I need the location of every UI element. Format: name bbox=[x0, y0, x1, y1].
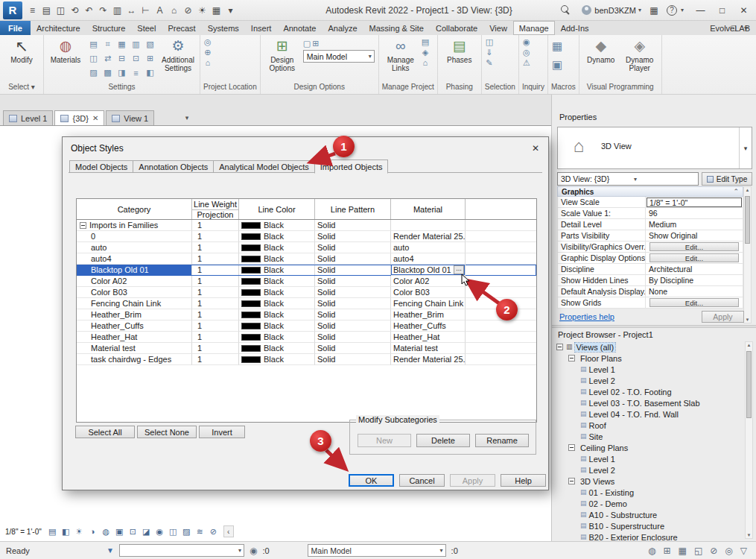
ribbon-tab-architecture[interactable]: Architecture bbox=[31, 21, 86, 35]
dialog-titlebar[interactable]: Object Styles bbox=[63, 137, 548, 159]
line-color-cell[interactable]: Black bbox=[239, 231, 315, 242]
help-button[interactable]: Help bbox=[501, 474, 546, 487]
open-icon[interactable]: ▤ bbox=[39, 3, 54, 18]
app-menu-icon[interactable]: ≡ bbox=[25, 3, 39, 18]
table-row[interactable]: Heather_Brim 1 Black Solid Heather_Brim bbox=[77, 309, 536, 320]
line-color-cell[interactable]: Black bbox=[239, 354, 315, 365]
ribbon-tab-structure[interactable]: Structure bbox=[86, 21, 132, 35]
material-cell[interactable]: Heather_Hat bbox=[391, 332, 466, 343]
line-weight-cell[interactable]: 1 bbox=[192, 343, 239, 354]
global-parameters-icon[interactable]: ◫ bbox=[86, 51, 101, 66]
table-row[interactable]: Color B03 1 Black Solid Color B03 bbox=[77, 287, 536, 298]
save-selection-icon[interactable]: ◫ bbox=[486, 37, 493, 47]
table-row[interactable]: Heather_Cuffs 1 Black Solid Heather_Cuff… bbox=[77, 320, 536, 332]
temporary-view-properties-icon[interactable]: ▨ bbox=[180, 525, 193, 538]
material-cell[interactable]: Render Material 25... bbox=[391, 354, 466, 365]
additional-settings-button[interactable]: ⚙ Additional Settings bbox=[160, 37, 196, 72]
sun-settings-icon[interactable]: ☀ bbox=[195, 3, 209, 18]
properties-apply-button[interactable]: Apply bbox=[702, 311, 744, 323]
edit-button[interactable]: Edit... bbox=[649, 253, 739, 262]
scrollbar-thumb[interactable] bbox=[746, 351, 752, 418]
table-row[interactable]: Imports in Families 1 Black Solid bbox=[77, 220, 536, 231]
material-cell[interactable]: Heather_Cuffs bbox=[391, 320, 466, 332]
add-to-set-icon[interactable]: ⊞ bbox=[312, 39, 319, 48]
column-header-category[interactable]: Category bbox=[77, 199, 192, 219]
ribbon-tab-steel[interactable]: Steel bbox=[131, 21, 162, 35]
analysis-icon[interactable]: ≋ bbox=[194, 525, 206, 538]
edit-selection-icon[interactable]: ✎ bbox=[486, 58, 493, 68]
line-weight-cell[interactable]: 1 bbox=[192, 242, 239, 253]
tree-item[interactable]: A10 - Substructure bbox=[555, 509, 743, 520]
delete-subcategory-button[interactable]: Delete bbox=[416, 434, 470, 447]
line-weight-cell[interactable]: 1 bbox=[192, 332, 239, 343]
active-workset-select[interactable] bbox=[119, 544, 244, 557]
default-3d-view-icon[interactable]: ⌂ bbox=[167, 3, 181, 18]
shared-parameters-icon[interactable]: ▧ bbox=[143, 37, 157, 51]
mep-settings-icon[interactable]: ▨ bbox=[86, 66, 101, 80]
table-row[interactable]: 0 1 Black Solid Render Material 25... bbox=[77, 231, 536, 242]
ribbon-tab-insert[interactable]: Insert bbox=[245, 21, 278, 35]
ribbon-tab-collaborate[interactable]: Collaborate bbox=[430, 21, 483, 35]
table-row[interactable]: Blacktop Old 01 1 Black Solid Blacktop O… bbox=[77, 265, 536, 276]
project-information-icon[interactable]: ▦ bbox=[115, 37, 129, 51]
purge-unused-icon[interactable]: ⊟ bbox=[115, 51, 129, 66]
Graphic Display Options[interactable]: Graphic Display Options Edit... bbox=[557, 253, 743, 264]
phases-button[interactable]: ▤ Phases bbox=[442, 37, 477, 64]
table-row[interactable]: Fencing Chain Link 1 Black Solid Fencing… bbox=[77, 298, 536, 309]
table-row[interactable]: task chairdwg - Edges 1 Black Solid Rend… bbox=[77, 354, 536, 365]
project-units-icon[interactable]: ⊡ bbox=[129, 51, 143, 66]
table-row[interactable]: Material test 1 Black Solid Material tes… bbox=[77, 343, 536, 354]
material-cell[interactable]: Heather_Brim bbox=[391, 309, 466, 320]
ribbon-tab-analyze[interactable]: Analyze bbox=[322, 21, 363, 35]
Show Hidden Lines[interactable]: Show Hidden Lines By Discipline bbox=[557, 275, 743, 286]
scroll-left-icon[interactable]: ‹ bbox=[223, 525, 234, 537]
manage-links-button[interactable]: ∞ Manage Links bbox=[383, 37, 419, 72]
modify-button[interactable]: ↖ Modify bbox=[4, 37, 39, 64]
line-weight-cell[interactable]: 1 bbox=[192, 253, 239, 265]
render-icon[interactable]: ◍ bbox=[100, 525, 112, 538]
line-color-cell[interactable]: Black bbox=[239, 320, 315, 332]
exclude-options-icon[interactable]: ▦ bbox=[679, 546, 687, 556]
minimize-button[interactable]: — bbox=[690, 0, 711, 20]
line-color-cell[interactable]: Black bbox=[239, 242, 315, 253]
Scale Value 1:[interactable]: Scale Value 1: 96 bbox=[557, 208, 743, 219]
table-row[interactable]: Heather_Hat 1 Black Solid Heather_Hat bbox=[77, 332, 536, 343]
line-weight-cell[interactable]: 1 bbox=[192, 309, 239, 320]
position-icon[interactable]: ⌂ bbox=[204, 58, 212, 67]
column-header-material[interactable]: Material bbox=[391, 199, 466, 219]
manage-images-icon[interactable]: ▤ bbox=[422, 37, 429, 47]
tree-item[interactable]: Level 1 bbox=[555, 453, 743, 464]
tree-item[interactable]: Site bbox=[555, 431, 743, 442]
location-icon[interactable]: ◎ bbox=[204, 37, 212, 47]
Visibility/Graphics Overr...[interactable]: Visibility/Graphics Overr... Edit... bbox=[557, 241, 743, 253]
cancel-button[interactable]: Cancel bbox=[399, 474, 445, 487]
panel-schedule-icon[interactable]: ▩ bbox=[101, 66, 115, 80]
ribbon-tab-systems[interactable]: Systems bbox=[202, 21, 245, 35]
table-row[interactable]: auto 1 Black Solid auto bbox=[77, 242, 536, 253]
column-header-line-pattern[interactable]: Line Pattern bbox=[315, 199, 391, 219]
pick-to-edit-icon[interactable]: ▢ bbox=[303, 39, 311, 48]
user-interface-icon[interactable]: ▦ bbox=[209, 3, 223, 18]
section-icon[interactable]: ⊘ bbox=[181, 3, 195, 18]
expander-icon[interactable] bbox=[556, 344, 563, 350]
Parts Visibility[interactable]: Parts Visibility Show Original bbox=[557, 230, 743, 241]
ribbon-tab-manage[interactable]: Manage bbox=[513, 21, 555, 35]
expander-icon[interactable] bbox=[568, 478, 575, 484]
sync-icon[interactable]: ⟲ bbox=[68, 3, 82, 18]
editable-only-icon[interactable]: ⊞ bbox=[663, 546, 670, 556]
maximize-button[interactable]: □ bbox=[711, 0, 733, 20]
select-by-id-icon[interactable]: ◎ bbox=[523, 48, 530, 57]
coordinates-icon[interactable]: ⊕ bbox=[204, 48, 212, 57]
worksharing-display-icon[interactable]: ◫ bbox=[167, 525, 180, 538]
line-color-cell[interactable]: Black bbox=[239, 276, 315, 287]
macro-manager-icon[interactable]: ▦ bbox=[552, 37, 562, 55]
close-view-icon[interactable] bbox=[92, 115, 98, 122]
line-weight-cell[interactable]: 1 bbox=[192, 287, 239, 298]
qat-customize-icon[interactable]: ▾ bbox=[223, 3, 238, 18]
Show Grids[interactable]: Show Grids Edit... bbox=[557, 297, 743, 309]
tree-item[interactable]: Ceiling Plans bbox=[555, 442, 743, 453]
material-cell[interactable]: Fencing Chain Link bbox=[391, 298, 466, 309]
apply-button[interactable]: Apply bbox=[450, 474, 495, 487]
view-tab-level-1[interactable]: Level 1 bbox=[3, 110, 53, 125]
Detail Level[interactable]: Detail Level Medium bbox=[557, 219, 743, 230]
